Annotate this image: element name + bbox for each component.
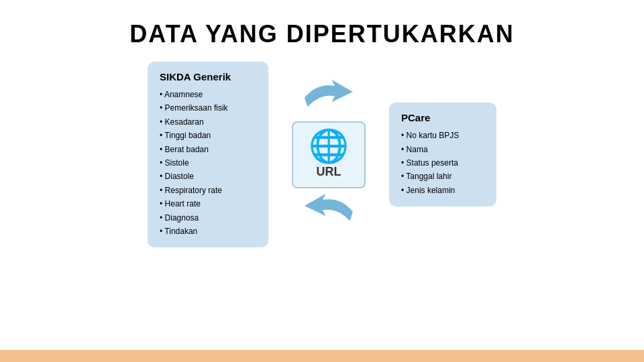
list-item: Tanggal lahir (401, 170, 484, 183)
list-item: Jenis kelamin (401, 184, 484, 197)
right-card-title: PCare (401, 112, 484, 123)
list-item: Sistole (160, 156, 256, 170)
arrow-right-icon (299, 74, 359, 121)
list-item: Nama (401, 143, 484, 156)
list-item: Anamnese (160, 88, 256, 101)
list-item: Heart rate (160, 197, 256, 210)
list-item: Diastole (160, 170, 256, 183)
url-box: 🌐 URL (292, 121, 366, 188)
left-card: SIKDA Generik AnamnesePemeriksaan fisikK… (148, 62, 268, 247)
main-content: SIKDA Generik AnamnesePemeriksaan fisikK… (0, 62, 644, 247)
list-item: Diagnosa (160, 211, 256, 225)
list-item: Berat badan (160, 143, 256, 156)
list-item: No kartu BPJS (401, 129, 484, 142)
url-label: URL (317, 165, 341, 179)
right-card: PCare No kartu BPJSNamaStatus pesertaTan… (389, 103, 496, 206)
list-item: Pemeriksaan fisik (160, 101, 256, 115)
list-item: Status peserta (401, 156, 484, 170)
list-item: Kesadaran (160, 115, 256, 129)
list-item: Tinggi badan (160, 129, 256, 142)
right-card-list: No kartu BPJSNamaStatus pesertaTanggal l… (401, 129, 484, 197)
arrow-left-icon (299, 188, 359, 235)
list-item: Respiratory rate (160, 184, 256, 197)
left-card-list: AnamnesePemeriksaan fisikKesadaranTinggi… (160, 88, 256, 238)
globe-icon: 🌐 (309, 130, 349, 162)
page-title: DATA YANG DIPERTUKARKAN (0, 0, 644, 62)
list-item: Tindakan (160, 225, 256, 238)
bottom-bar (0, 350, 644, 362)
middle-section: 🌐 URL (268, 74, 389, 235)
left-card-title: SIKDA Generik (160, 71, 256, 82)
